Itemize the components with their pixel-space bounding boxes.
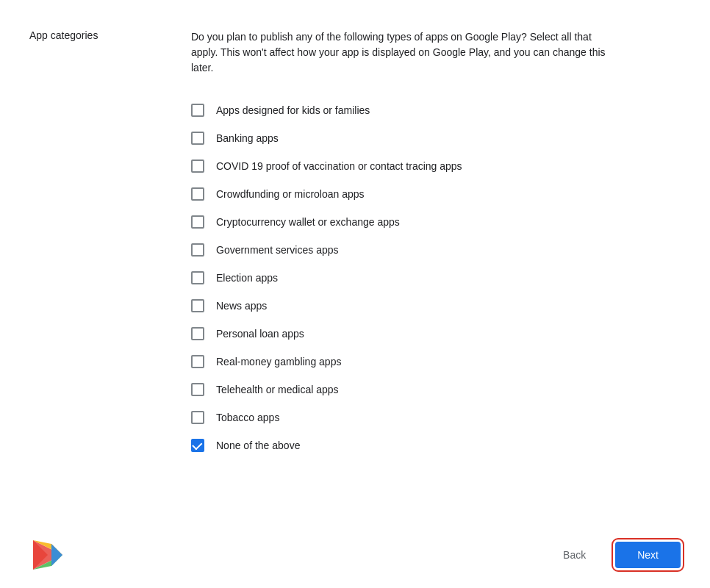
checkbox-item-news[interactable]: News apps [191,292,681,320]
google-play-logo [29,537,66,573]
next-button[interactable]: Next [615,542,681,568]
checkbox-box-kids[interactable] [191,104,204,117]
page-container: App categories Do you plan to publish an… [0,0,710,588]
checkbox-item-election[interactable]: Election apps [191,264,681,292]
checkbox-box-news[interactable] [191,299,204,312]
checkbox-label-election: Election apps [216,272,278,284]
checkbox-item-crypto[interactable]: Cryptocurrency wallet or exchange apps [191,208,681,236]
checkbox-label-covid: COVID 19 proof of vaccination or contact… [216,160,462,172]
svg-marker-4 [51,544,62,566]
checkbox-label-government: Government services apps [216,244,339,256]
checkbox-label-personal_loan: Personal loan apps [216,328,304,340]
checkbox-box-telehealth[interactable] [191,383,204,396]
checkbox-item-banking[interactable]: Banking apps [191,124,681,152]
checkbox-list: Apps designed for kids or familiesBankin… [191,96,681,459]
checkbox-label-banking: Banking apps [216,132,279,144]
checkbox-box-covid[interactable] [191,159,204,173]
footer-buttons: Back Next [551,542,681,568]
checkbox-box-tobacco[interactable] [191,411,204,424]
checkbox-item-government[interactable]: Government services apps [191,236,681,264]
checkbox-box-crowdfunding[interactable] [191,187,204,201]
checkbox-item-tobacco[interactable]: Tobacco apps [191,404,681,431]
checkbox-box-election[interactable] [191,271,204,284]
checkbox-box-crypto[interactable] [191,215,204,229]
checkbox-label-tobacco: Tobacco apps [216,412,279,423]
checkbox-box-banking[interactable] [191,132,204,145]
checkbox-box-gambling[interactable] [191,355,204,368]
checkbox-label-news: News apps [216,300,267,312]
checkbox-item-gambling[interactable]: Real-money gambling apps [191,348,681,376]
checkbox-item-telehealth[interactable]: Telehealth or medical apps [191,376,681,404]
checkbox-label-telehealth: Telehealth or medical apps [216,384,339,395]
checkbox-item-covid[interactable]: COVID 19 proof of vaccination or contact… [191,152,681,180]
logo-svg [29,537,66,573]
checkbox-label-none: None of the above [216,440,300,451]
checkbox-label-crowdfunding: Crowdfunding or microloan apps [216,188,365,200]
back-button[interactable]: Back [551,543,598,567]
checkbox-item-crowdfunding[interactable]: Crowdfunding or microloan apps [191,180,681,208]
footer: Back Next [29,522,681,573]
section-label: App categories [29,29,147,507]
checkbox-label-kids: Apps designed for kids or families [216,104,370,116]
checkbox-label-gambling: Real-money gambling apps [216,356,341,368]
checkbox-label-crypto: Cryptocurrency wallet or exchange apps [216,216,400,228]
right-content: Do you plan to publish any of the follow… [191,29,681,507]
description-text: Do you plan to publish any of the follow… [191,29,617,76]
checkbox-item-none[interactable]: None of the above [191,431,681,459]
checkbox-box-personal_loan[interactable] [191,327,204,340]
main-content: App categories Do you plan to publish an… [29,29,681,507]
checkbox-item-personal_loan[interactable]: Personal loan apps [191,320,681,348]
checkbox-item-kids[interactable]: Apps designed for kids or families [191,96,681,124]
checkbox-box-none[interactable] [191,439,204,452]
checkbox-box-government[interactable] [191,243,204,257]
